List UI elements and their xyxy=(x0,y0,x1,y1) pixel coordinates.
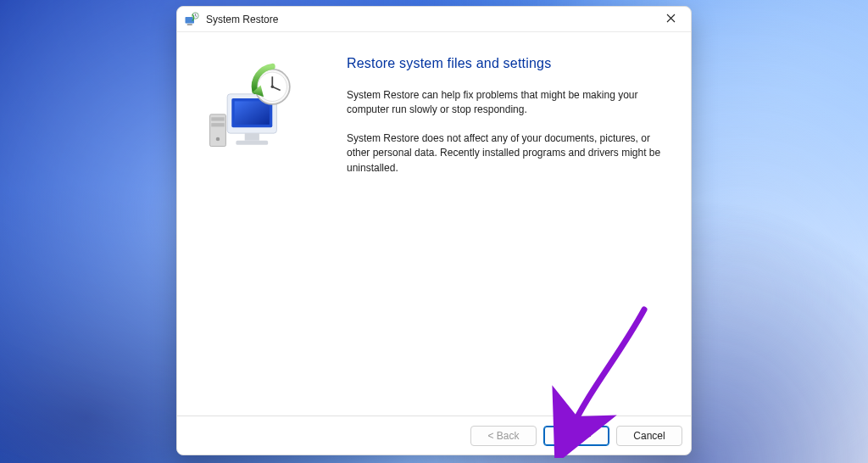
restore-illustration-icon xyxy=(203,58,304,159)
svg-point-16 xyxy=(271,86,274,88)
svg-rect-1 xyxy=(187,24,192,25)
titlebar: System Restore xyxy=(177,7,691,32)
illustration-panel xyxy=(194,49,347,416)
system-restore-dialog: System Restore xyxy=(176,6,692,455)
close-button[interactable] xyxy=(654,9,687,30)
svg-rect-4 xyxy=(211,117,224,120)
button-bar: < Back Next > Cancel xyxy=(177,416,691,455)
system-restore-icon xyxy=(184,12,199,27)
svg-rect-11 xyxy=(236,141,268,145)
close-icon xyxy=(666,13,676,25)
paragraph-2: System Restore does not affect any of yo… xyxy=(347,131,665,176)
svg-rect-10 xyxy=(245,133,259,141)
back-button: < Back xyxy=(470,426,537,446)
dialog-body: Restore system files and settings System… xyxy=(177,32,691,416)
page-heading: Restore system files and settings xyxy=(347,56,665,71)
paragraph-1: System Restore can help fix problems tha… xyxy=(347,88,665,118)
window-title: System Restore xyxy=(206,14,654,25)
next-button[interactable]: Next > xyxy=(543,426,609,446)
svg-point-6 xyxy=(216,137,220,141)
svg-rect-5 xyxy=(211,123,224,126)
svg-rect-9 xyxy=(235,101,270,124)
content-panel: Restore system files and settings System… xyxy=(347,49,674,416)
cancel-button[interactable]: Cancel xyxy=(616,426,682,446)
